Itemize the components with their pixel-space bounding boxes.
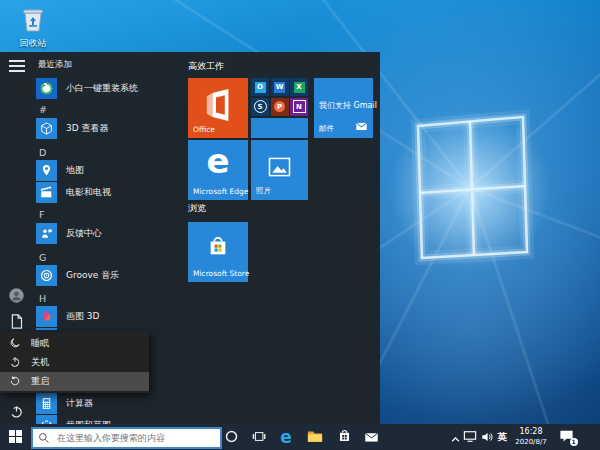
app-list-item-maps[interactable]: 地图 [36, 159, 186, 181]
section-letter-g[interactable]: G [39, 252, 46, 264]
excel-icon: X [294, 82, 305, 93]
tile-group-label-productivity: 高效工作 [188, 60, 224, 73]
store-bag-icon [207, 234, 229, 264]
tile-label: Microsoft Edge [193, 187, 248, 196]
app-label: 计算器 [66, 397, 93, 410]
skype-icon: S [254, 100, 267, 113]
notification-badge: 1 [570, 438, 578, 446]
tray-input-language[interactable]: 英 [494, 424, 510, 450]
chevron-up-icon [451, 428, 460, 447]
movies-clapper-icon [36, 182, 57, 203]
tray-network-button[interactable] [461, 424, 479, 450]
app-list-item-xiaobai[interactable]: 小白一键重装系统 [36, 77, 186, 99]
section-letter-f[interactable]: F [39, 209, 44, 221]
app-label: 反馈中心 [66, 227, 102, 240]
tile-store[interactable]: Microsoft Store [188, 222, 248, 282]
app-label: 3D 查看器 [66, 122, 109, 135]
notification-icon: 1 [559, 428, 574, 447]
mail-tile-headline: 我们支持 Gmail [319, 100, 377, 111]
user-account-button[interactable] [7, 288, 25, 306]
tile-skype[interactable]: S [251, 98, 269, 116]
tray-volume-button[interactable] [479, 424, 495, 450]
power-menu-shutdown[interactable]: 关机 [0, 353, 149, 372]
section-letter-d[interactable]: D [39, 147, 46, 159]
tile-outlook[interactable]: O [251, 78, 269, 96]
recycle-bin-label: 回收站 [10, 37, 56, 50]
power-menu-item-label: 关机 [31, 356, 49, 369]
section-letter-hash[interactable]: # [39, 104, 47, 116]
mail-envelope-icon [355, 116, 368, 135]
search-input[interactable] [55, 432, 209, 444]
tile-powerpoint[interactable]: P [271, 98, 289, 116]
power-menu-item-label: 睡眠 [31, 337, 49, 350]
cortana-ring-icon [225, 428, 238, 447]
powerpoint-icon: P [274, 101, 285, 112]
shutdown-power-icon [9, 356, 21, 370]
tile-label: 照片 [256, 186, 271, 196]
sleep-moon-icon [9, 337, 21, 351]
app-label: 画图 3D [66, 310, 100, 323]
xiaobai-reinstall-icon [36, 78, 57, 99]
tray-time: 16:28 [519, 427, 542, 437]
start-button[interactable] [0, 424, 30, 450]
taskbar: e [0, 424, 600, 450]
app-label: 小白一键重装系统 [66, 82, 138, 95]
cortana-button[interactable] [219, 424, 243, 450]
app-list-item-paint3d[interactable]: 画图 3D [36, 305, 186, 327]
app-list-item-movies-tv[interactable]: 电影和电视 [36, 181, 186, 203]
app-label: 电影和电视 [66, 186, 111, 199]
tile-word[interactable]: W [271, 78, 289, 96]
task-view-button[interactable] [247, 424, 271, 450]
restart-icon [9, 375, 21, 389]
tile-office[interactable]: Office [188, 78, 248, 138]
snip-sketch-icon [36, 415, 57, 425]
tray-expand-button[interactable] [448, 424, 462, 450]
action-center-button[interactable]: 1 [553, 424, 579, 450]
power-menu-item-label: 重启 [31, 375, 49, 388]
mail-envelope-icon [364, 428, 379, 447]
power-icon [9, 404, 24, 423]
search-icon [38, 429, 50, 448]
power-menu-restart[interactable]: 重启 [0, 372, 149, 391]
folder-icon [307, 428, 323, 447]
tile-label: 邮件 [319, 124, 334, 134]
tile-label: Office [193, 125, 215, 134]
file-explorer-button[interactable] [303, 424, 327, 450]
edge-logo-icon: e [188, 142, 248, 180]
windows-logo-icon [9, 428, 22, 447]
app-list-item-feedback-hub[interactable]: 反馈中心 [36, 222, 186, 244]
taskbar-edge-button[interactable]: e [274, 424, 298, 450]
recycle-bin[interactable]: 回收站 [10, 6, 56, 50]
tray-clock[interactable]: 16:28 2020/8/7 [511, 424, 551, 450]
office-logo-icon [202, 86, 234, 128]
section-letter-h[interactable]: H [39, 293, 46, 305]
tile-filler[interactable] [251, 118, 308, 139]
task-view-icon [252, 428, 266, 447]
taskbar-search[interactable] [31, 427, 222, 449]
tile-excel[interactable]: X [290, 78, 308, 96]
outlook-icon: O [255, 82, 266, 93]
speaker-icon [481, 428, 493, 447]
app-list-item-calculator[interactable]: 计算器 [36, 392, 186, 414]
documents-button[interactable] [7, 314, 25, 332]
tile-onenote[interactable]: N [290, 98, 308, 116]
network-monitor-icon [463, 428, 477, 447]
taskbar-store-button[interactable] [332, 424, 356, 450]
tile-label: Microsoft Store [193, 269, 249, 278]
menu-expand-button[interactable] [9, 60, 25, 72]
app-list-item-3d-viewer[interactable]: 3D 查看器 [36, 117, 186, 139]
tile-edge[interactable]: e Microsoft Edge [188, 140, 248, 200]
taskbar-mail-button[interactable] [359, 424, 383, 450]
word-icon: W [274, 82, 285, 93]
groove-circle-icon [36, 265, 57, 286]
store-bag-icon [338, 428, 351, 447]
power-button[interactable] [7, 404, 25, 422]
photos-icon [268, 157, 291, 181]
tray-date: 2020/8/7 [515, 437, 546, 447]
desktop-screen: 回收站 最近添加 小白一键重装系统 # [0, 0, 600, 450]
app-list-item-snip-sketch[interactable]: 截图和草图 [36, 414, 186, 424]
tile-photos[interactable]: 照片 [251, 140, 308, 200]
tile-mail[interactable]: 我们支持 Gmail 邮件 [314, 78, 373, 138]
power-menu-sleep[interactable]: 睡眠 [0, 334, 149, 353]
app-list-item-groove-music[interactable]: Groove 音乐 [36, 264, 186, 286]
